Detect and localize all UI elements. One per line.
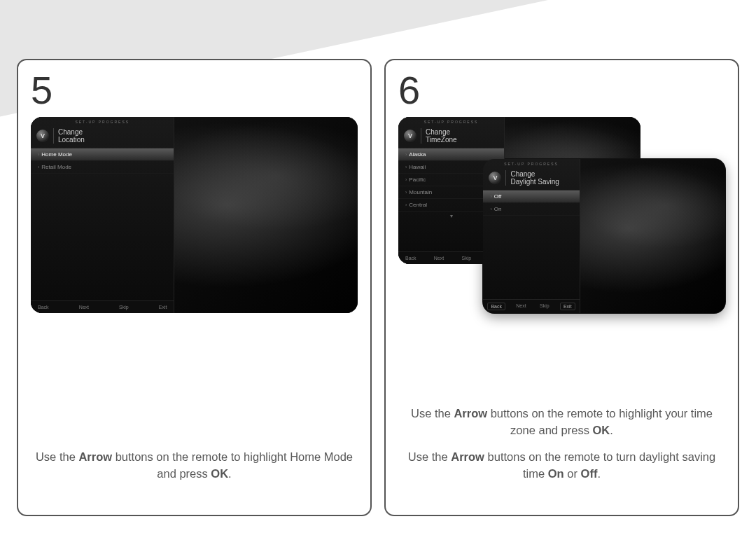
osd-header: V Change Location bbox=[31, 125, 174, 148]
chevron-right-icon: › bbox=[405, 190, 407, 195]
tv-preview-area: SET-UP PROGRESS V Change Location ›Home … bbox=[31, 117, 358, 327]
text-bold: OK bbox=[211, 467, 228, 480]
osd-title-line1: Change bbox=[58, 128, 83, 136]
tv-screenshot-change-daylight-saving: SET-UP PROGRESS V Change Daylight Saving… bbox=[483, 159, 725, 313]
text-bold: Arrow bbox=[451, 450, 484, 463]
tv-preview-area: SET-UP PROGRESS V Change TimeZone ›Alask… bbox=[398, 117, 725, 327]
text: Use the bbox=[411, 407, 454, 420]
text-bold: Off bbox=[581, 467, 598, 480]
text: . bbox=[597, 467, 601, 480]
osd-title: Change Location bbox=[53, 128, 85, 144]
instruction-text: Use the Arrow buttons on the remote to h… bbox=[398, 406, 725, 498]
chevron-right-icon: › bbox=[490, 207, 491, 212]
vizio-logo-icon: V bbox=[36, 130, 49, 142]
osd-footer-exit[interactable]: Exit bbox=[560, 303, 575, 310]
chevron-right-icon: › bbox=[405, 152, 407, 157]
instruction-text: Use the Arrow buttons on the remote to h… bbox=[31, 449, 358, 498]
osd-footer-back[interactable]: Back bbox=[487, 303, 505, 310]
osd-footer-next[interactable]: Next bbox=[513, 303, 528, 310]
osd-item-label: Off bbox=[494, 193, 502, 200]
osd-item-label: Hawaii bbox=[409, 164, 426, 170]
osd-item-label: Central bbox=[409, 202, 427, 208]
osd-title-line1: Change bbox=[426, 128, 450, 136]
text: . bbox=[228, 467, 232, 480]
text-bold: Arrow bbox=[454, 407, 487, 420]
osd-item-label: Retail Mode bbox=[41, 164, 71, 170]
tv-screenshot-change-location: SET-UP PROGRESS V Change Location ›Home … bbox=[31, 117, 358, 313]
osd-footer: Back Next Skip Exit bbox=[31, 300, 174, 313]
osd-footer-skip[interactable]: Skip bbox=[537, 303, 552, 310]
osd-title-line2: Location bbox=[58, 136, 85, 144]
osd-header: V Change Daylight Saving bbox=[483, 167, 579, 191]
chevron-right-icon: › bbox=[405, 177, 407, 182]
vizio-logo-icon: V bbox=[489, 172, 501, 184]
osd-title-line2: TimeZone bbox=[426, 136, 457, 144]
osd-panel: SET-UP PROGRESS V Change Daylight Saving… bbox=[483, 159, 580, 313]
osd-item-off[interactable]: ›Off bbox=[483, 191, 579, 203]
osd-list: ›Home Mode ›Retail Mode bbox=[31, 148, 174, 300]
chevron-right-icon: › bbox=[490, 194, 491, 199]
chevron-right-icon: › bbox=[405, 202, 407, 207]
vizio-logo-icon: V bbox=[404, 130, 416, 142]
osd-progress-label: SET-UP PROGRESS bbox=[398, 117, 504, 125]
text: or bbox=[564, 467, 581, 480]
osd-progress-label: SET-UP PROGRESS bbox=[483, 159, 579, 167]
osd-item-label: Alaska bbox=[409, 151, 426, 158]
text: buttons on the remote to highlight Home … bbox=[112, 450, 353, 480]
osd-item-alaska[interactable]: ›Alaska bbox=[398, 148, 504, 161]
osd-item-home-mode[interactable]: ›Home Mode bbox=[31, 148, 174, 161]
osd-list: ›Off ›On bbox=[483, 191, 579, 299]
osd-footer-exit[interactable]: Exit bbox=[156, 304, 170, 310]
chevron-right-icon: › bbox=[405, 165, 407, 169]
chevron-right-icon: › bbox=[38, 152, 39, 157]
chevron-right-icon: › bbox=[38, 165, 39, 169]
osd-item-retail-mode[interactable]: ›Retail Mode bbox=[31, 161, 174, 174]
step-number: 5 bbox=[31, 67, 358, 113]
osd-footer: Back Next Skip Exit bbox=[483, 299, 579, 313]
osd-item-label: On bbox=[494, 206, 502, 212]
step-number: 6 bbox=[398, 67, 725, 113]
osd-footer-back[interactable]: Back bbox=[402, 255, 419, 261]
osd-header: V Change TimeZone bbox=[398, 125, 504, 148]
osd-footer-skip[interactable]: Skip bbox=[116, 304, 132, 310]
osd-footer-back[interactable]: Back bbox=[35, 304, 52, 310]
text: Use the bbox=[36, 450, 78, 463]
step-panel-6: 6 SET-UP PROGRESS V Change TimeZone bbox=[384, 59, 739, 516]
osd-progress-label: SET-UP PROGRESS bbox=[31, 117, 174, 125]
osd-footer-skip[interactable]: Skip bbox=[458, 255, 474, 261]
osd-item-label: Pacific bbox=[409, 176, 426, 183]
step-panel-5: 5 SET-UP PROGRESS V Change Location bbox=[17, 59, 372, 516]
osd-footer-next[interactable]: Next bbox=[431, 255, 447, 261]
text-bold: OK bbox=[593, 424, 610, 436]
text-bold: On bbox=[548, 467, 564, 480]
osd-item-on[interactable]: ›On bbox=[483, 203, 579, 216]
osd-item-label: Mountain bbox=[409, 189, 432, 195]
text: . bbox=[610, 424, 613, 436]
text-bold: Arrow bbox=[78, 450, 112, 463]
osd-panel: SET-UP PROGRESS V Change Location ›Home … bbox=[31, 117, 174, 313]
osd-title: Change Daylight Saving bbox=[505, 170, 559, 186]
text: Use the bbox=[408, 450, 451, 463]
osd-item-label: Home Mode bbox=[41, 151, 72, 158]
osd-title-line2: Daylight Saving bbox=[510, 178, 559, 186]
osd-footer-next[interactable]: Next bbox=[76, 304, 92, 310]
osd-title-line1: Change bbox=[510, 170, 535, 178]
osd-title: Change TimeZone bbox=[421, 128, 457, 144]
